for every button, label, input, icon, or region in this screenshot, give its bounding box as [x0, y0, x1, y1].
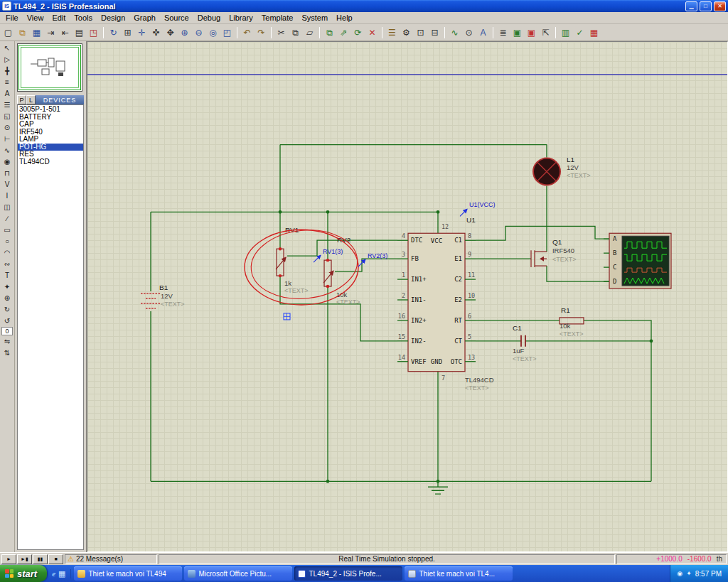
- tape-recorder-mode-icon[interactable]: ◉: [1, 156, 14, 167]
- make-device-icon[interactable]: ⚙: [400, 26, 413, 39]
- potentiometer-rv1[interactable]: RV1 1k <TEXT>: [276, 226, 308, 294]
- zoom-out-icon[interactable]: ⊖: [192, 26, 205, 39]
- subcircuit-mode-icon[interactable]: ◱: [1, 111, 14, 122]
- circle-2d-icon[interactable]: ○: [1, 236, 14, 247]
- menu-template[interactable]: Template: [257, 13, 298, 23]
- text-2d-icon[interactable]: T: [1, 270, 14, 281]
- volume-icon[interactable]: ◉: [677, 570, 682, 577]
- symbol-2d-icon[interactable]: ✦: [1, 281, 14, 292]
- terminal-mode-icon[interactable]: ⊙: [1, 122, 14, 133]
- block-rotate-icon[interactable]: ⟳: [351, 26, 365, 39]
- zoom-in-icon[interactable]: ⊕: [178, 26, 191, 39]
- menu-library[interactable]: Library: [225, 13, 257, 23]
- mark-output-area-icon[interactable]: ◳: [87, 26, 100, 39]
- electrical-rules-check-icon[interactable]: ✓: [573, 26, 587, 39]
- rotation-angle-box[interactable]: 0: [1, 327, 13, 335]
- copy-icon[interactable]: ⧉: [289, 26, 302, 39]
- packaging-tool-icon[interactable]: ⊡: [414, 26, 427, 39]
- step-button[interactable]: ►▮: [17, 554, 32, 564]
- potentiometer-rv2[interactable]: RV2 10k <TEXT>: [323, 236, 360, 306]
- library-manage-button[interactable]: L: [26, 95, 36, 104]
- junction-dot-mode-icon[interactable]: ╋: [1, 65, 14, 76]
- resistor-r1[interactable]: R1 10k <TEXT>: [560, 306, 584, 338]
- zoom-all-icon[interactable]: ◎: [206, 26, 220, 39]
- wire-label-mode-icon[interactable]: ≡: [1, 77, 14, 87]
- property-assignment-icon[interactable]: A: [476, 26, 490, 39]
- ground-symbol[interactable]: [428, 481, 448, 494]
- pan-icon[interactable]: ✥: [164, 26, 177, 39]
- device-item-lamp[interactable]: LAMP: [18, 136, 83, 144]
- stop-button[interactable]: ■: [48, 554, 63, 564]
- menu-file[interactable]: File: [1, 13, 23, 23]
- security-icon[interactable]: ✦: [686, 570, 692, 577]
- block-move-icon[interactable]: ⇗: [337, 26, 350, 39]
- block-copy-icon[interactable]: ⧉: [323, 26, 336, 39]
- import-section-icon[interactable]: ⇥: [44, 26, 58, 39]
- arc-2d-icon[interactable]: ◠: [1, 247, 14, 258]
- virtual-instrument-mode-icon[interactable]: ◫: [1, 202, 14, 212]
- close-button[interactable]: ✕: [714, 1, 726, 11]
- device-item-cap[interactable]: CAP: [18, 121, 83, 129]
- undo-icon[interactable]: ↶: [240, 26, 254, 39]
- path-2d-icon[interactable]: ∾: [1, 259, 14, 269]
- message-box[interactable]: ⚠ 22 Message(s): [65, 554, 157, 564]
- device-item-3005p-1-501[interactable]: 3005P-1-501: [18, 106, 83, 114]
- component-mode-icon[interactable]: ▷: [1, 54, 14, 65]
- graph-mode-icon[interactable]: ∿: [1, 145, 14, 156]
- menu-debug[interactable]: Debug: [193, 13, 225, 23]
- menu-help[interactable]: Help: [332, 13, 357, 23]
- rotate-anticlockwise-icon[interactable]: ↺: [1, 316, 14, 326]
- wire-autorouter-icon[interactable]: ∿: [448, 26, 461, 39]
- buses-mode-icon[interactable]: ☰: [1, 99, 14, 110]
- internet-explorer-icon[interactable]: e: [52, 569, 55, 578]
- pick-devices-button[interactable]: P: [17, 95, 26, 104]
- remove-sheet-icon[interactable]: ▣: [525, 26, 538, 39]
- generator-mode-icon[interactable]: ⊓: [1, 168, 14, 178]
- toggle-grid-icon[interactable]: ⊞: [121, 26, 134, 39]
- taskbar-task[interactable]: Thiet ke mach voi TL4...: [405, 566, 513, 581]
- export-section-icon[interactable]: ⇤: [58, 26, 72, 39]
- paste-icon[interactable]: ▱: [303, 26, 316, 39]
- marker-2d-icon[interactable]: ⊕: [1, 293, 14, 303]
- new-sheet-icon[interactable]: ▣: [510, 26, 524, 39]
- device-item-res[interactable]: RES: [18, 151, 83, 158]
- decompose-icon[interactable]: ⊟: [428, 26, 441, 39]
- cursor-snap-icon[interactable]: ✜: [149, 26, 163, 39]
- play-button[interactable]: ►: [1, 554, 16, 564]
- x-mirror-icon[interactable]: ⇋: [1, 336, 14, 347]
- overview-minimap[interactable]: [17, 43, 82, 92]
- pick-parts-icon[interactable]: ☰: [385, 26, 399, 39]
- maximize-button[interactable]: □: [700, 1, 712, 11]
- select-pointer-icon[interactable]: ↖: [1, 43, 14, 53]
- oscilloscope[interactable]: [609, 233, 671, 289]
- lamp-l1[interactable]: L1 12V <TEXT>: [533, 156, 590, 185]
- design-explorer-icon[interactable]: ≣: [496, 26, 510, 39]
- title-bar[interactable]: IS TL494_2 - ISIS Professional ▁ □ ✕: [0, 0, 728, 12]
- menu-tools[interactable]: Tools: [70, 13, 97, 23]
- menu-system[interactable]: System: [297, 13, 332, 23]
- battery-b1[interactable]: B1 12V <TEXT>: [141, 284, 184, 308]
- mosfet-q1[interactable]: Q1 IRF540 <TEXT>: [531, 238, 576, 267]
- current-probe-mode-icon[interactable]: I: [1, 190, 14, 201]
- start-button[interactable]: start: [0, 565, 47, 582]
- redraw-icon[interactable]: ↻: [107, 26, 120, 39]
- show-desktop-icon[interactable]: ▦: [58, 569, 65, 578]
- bill-of-materials-icon[interactable]: ▥: [559, 26, 572, 39]
- search-tag-icon[interactable]: ⊙: [462, 26, 476, 39]
- y-mirror-icon[interactable]: ⇅: [1, 347, 14, 358]
- device-pin-mode-icon[interactable]: ⊢: [1, 134, 14, 144]
- rotate-clockwise-icon[interactable]: ↻: [1, 304, 14, 315]
- open-design-icon[interactable]: ⧉: [16, 26, 29, 39]
- taskbar-task[interactable]: TL494_2 - ISIS Profe...: [294, 566, 402, 581]
- voltage-probe-mode-icon[interactable]: V: [1, 179, 14, 190]
- zoom-area-icon[interactable]: ◰: [220, 26, 234, 39]
- line-2d-icon[interactable]: ∕: [1, 213, 14, 224]
- save-design-icon[interactable]: ▦: [30, 26, 43, 39]
- taskbar-task[interactable]: Microsoft Office Pictu...: [184, 566, 292, 581]
- cut-icon[interactable]: ✂: [274, 26, 288, 39]
- menu-view[interactable]: View: [23, 13, 48, 23]
- menu-design[interactable]: Design: [97, 13, 129, 23]
- menu-graph[interactable]: Graph: [129, 13, 160, 23]
- netlist-to-ares-icon[interactable]: ▦: [587, 26, 601, 39]
- false-origin-icon[interactable]: ✛: [135, 26, 149, 39]
